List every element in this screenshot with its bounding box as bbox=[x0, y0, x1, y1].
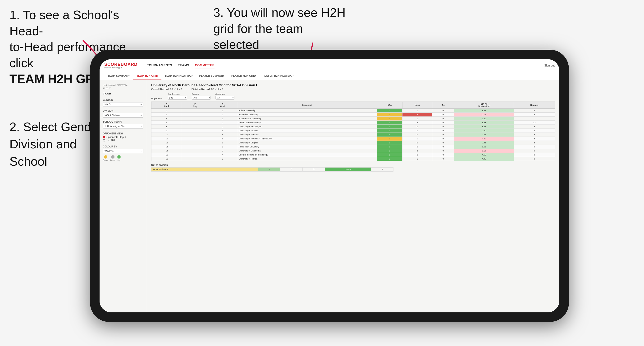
table-row bbox=[182, 145, 208, 149]
table-row: 1 bbox=[377, 149, 402, 153]
grid-records: Overall Record: 89 - 17 - 0 Division Rec… bbox=[151, 88, 555, 91]
sign-out-button[interactable]: | Sign out bbox=[543, 64, 555, 67]
table-row: 3 bbox=[514, 141, 555, 145]
opponents-filter-label: Opponents: bbox=[151, 97, 163, 100]
table-row: 10 bbox=[152, 133, 182, 137]
subnav-team-h2h-grid[interactable]: TEAM H2H GRID bbox=[133, 72, 162, 80]
top100-radio[interactable]: Top 100 bbox=[103, 139, 144, 142]
logo: SCOREBOARD Powered by clippd bbox=[104, 62, 138, 69]
table-row: 2 bbox=[377, 109, 402, 113]
opponent-select[interactable]: (All) bbox=[216, 96, 234, 100]
table-row: 3 bbox=[208, 157, 237, 161]
division-dropdown[interactable]: NCAA Division I bbox=[103, 113, 144, 118]
table-row: 4.42 bbox=[454, 157, 514, 161]
table-row: 9 bbox=[514, 145, 555, 149]
table-row: 0 bbox=[432, 121, 454, 125]
out-of-division-label: Out of division bbox=[151, 164, 555, 166]
school-label: School (Rank) bbox=[103, 121, 144, 123]
level-color-icon bbox=[111, 155, 114, 159]
table-row bbox=[182, 129, 208, 133]
table-row: 6 bbox=[152, 121, 182, 125]
table-row: 0 bbox=[402, 129, 432, 133]
col-tie: Tie bbox=[432, 102, 454, 109]
table-row: 9 bbox=[514, 149, 555, 153]
table-row: 6 bbox=[208, 137, 237, 141]
table-row: 0 bbox=[432, 113, 454, 117]
table-row: 1 bbox=[377, 125, 402, 129]
subnav-player-h2h-heatmap[interactable]: PLAYER H2H HEATMAP bbox=[259, 72, 297, 80]
table-row: 8 bbox=[152, 125, 182, 129]
table-row: 9 bbox=[514, 109, 555, 113]
subnav-player-summary[interactable]: PLAYER SUMMARY bbox=[196, 72, 228, 80]
table-row: University of Oklahoma bbox=[237, 149, 377, 153]
table-row: University of Florida bbox=[237, 157, 377, 161]
table-row: 3 bbox=[514, 137, 555, 141]
ood-label: NCAA Division II bbox=[152, 168, 258, 172]
table-row: 0 bbox=[402, 141, 432, 145]
ood-tie: 0 bbox=[302, 168, 325, 172]
table-row: 1 bbox=[377, 129, 402, 133]
tablet-frame: SCOREBOARD Powered by clippd TOURNAMENTS… bbox=[90, 50, 569, 322]
opponent-view-label: Opponent View bbox=[103, 132, 144, 135]
table-row: 1 bbox=[377, 141, 402, 145]
table-row: 0 bbox=[432, 145, 454, 149]
subnav-team-h2h-heatmap[interactable]: TEAM H2H HEATMAP bbox=[162, 72, 196, 80]
table-row: 3 bbox=[208, 129, 237, 133]
table-row: 0 bbox=[432, 153, 454, 157]
table-row: 0 bbox=[402, 145, 432, 149]
table-row: 0 bbox=[432, 129, 454, 133]
table-row: 8 bbox=[514, 133, 555, 137]
conference-select[interactable]: (All) bbox=[168, 96, 187, 100]
table-row: 1 bbox=[402, 117, 432, 121]
table-row: 2 bbox=[402, 149, 432, 153]
table-row: 1 bbox=[208, 117, 237, 121]
table-row: 3 bbox=[514, 125, 555, 129]
table-row: 3 bbox=[377, 133, 402, 137]
table-row: 5 bbox=[208, 133, 237, 137]
table-row bbox=[182, 113, 208, 117]
table-row: 4 bbox=[208, 153, 237, 157]
opponent-select-wrap: (All) bbox=[216, 96, 234, 100]
table-row: 2 bbox=[208, 149, 237, 153]
colour-dropdown[interactable]: Win/loss bbox=[103, 149, 144, 153]
gender-dropdown[interactable]: Men's bbox=[103, 102, 144, 107]
table-row: University of Alabama bbox=[237, 133, 377, 137]
nav-teams[interactable]: TEAMS bbox=[178, 62, 189, 68]
table-row: 12 bbox=[152, 141, 182, 145]
table-row: 16 bbox=[152, 157, 182, 161]
division-label: Division bbox=[103, 110, 144, 112]
region-select-wrap: (All) bbox=[192, 96, 211, 100]
table-row bbox=[514, 117, 555, 121]
table-row: 2 bbox=[208, 113, 237, 117]
table-row: 0 bbox=[432, 141, 454, 145]
table-row bbox=[182, 125, 208, 129]
subnav-team-summary[interactable]: TEAM SUMMARY bbox=[104, 72, 133, 80]
region-select[interactable]: (All) bbox=[192, 96, 211, 100]
subnav-player-h2h-grid[interactable]: PLAYER H2H GRID bbox=[228, 72, 259, 80]
ood-win: 1 bbox=[258, 168, 280, 172]
col-win: Win bbox=[377, 102, 402, 109]
down-color-icon bbox=[104, 155, 107, 159]
radio-unselected-icon bbox=[103, 139, 105, 142]
opponents-played-radio[interactable]: Opponents Played bbox=[103, 136, 144, 139]
table-row: Arizona State University bbox=[237, 117, 377, 121]
table-row: 1 bbox=[208, 109, 237, 113]
table-row bbox=[182, 137, 208, 141]
table-row: 0 bbox=[432, 133, 454, 137]
gender-label: Gender bbox=[103, 99, 144, 101]
table-row: 4 bbox=[402, 113, 432, 117]
table-row: 9.00 bbox=[454, 129, 514, 133]
ood-rounds: 3 bbox=[371, 168, 394, 172]
nav-tournaments[interactable]: TOURNAMENTS bbox=[147, 62, 172, 68]
table-row: 0 bbox=[377, 117, 402, 121]
table-row: 0 bbox=[377, 137, 402, 141]
table-row: 15 bbox=[152, 153, 182, 157]
table-row: 2.29 bbox=[454, 117, 514, 121]
col-diff: Diff AvStrokes/Rnd bbox=[454, 102, 514, 109]
table-row: 2 bbox=[402, 121, 432, 125]
nav-committee[interactable]: COMMITTEE bbox=[195, 62, 214, 68]
table-row bbox=[182, 149, 208, 153]
table-row: 0 bbox=[402, 125, 432, 129]
school-dropdown[interactable]: 1. University of Nort... bbox=[103, 124, 144, 129]
table-row: 1.67 bbox=[454, 109, 514, 113]
